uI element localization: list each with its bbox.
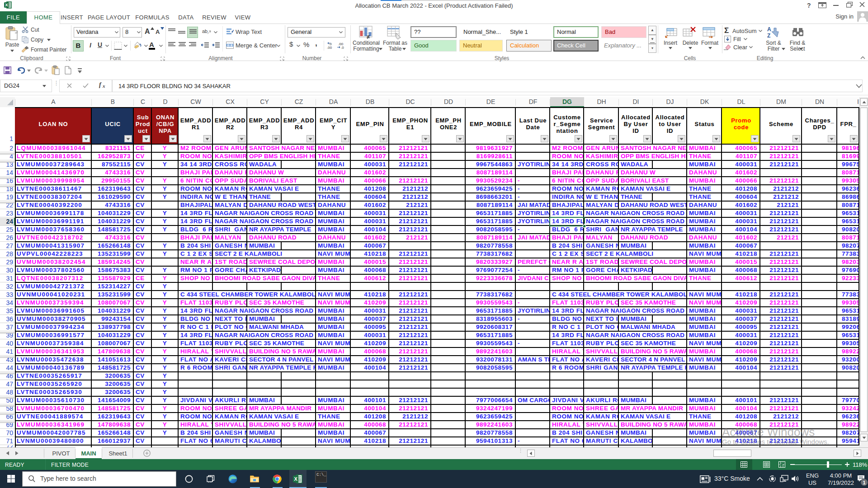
svg-text:≠: ≠ (367, 33, 370, 39)
svg-text:.00: .00 (327, 46, 332, 49)
svg-text:X: X (5, 2, 8, 7)
svg-text:.0: .0 (341, 46, 344, 49)
svg-text:ab: ab (202, 28, 208, 34)
svg-text:A: A (767, 26, 771, 33)
svg-text:X: X (294, 476, 298, 482)
svg-text:1: 1 (863, 480, 866, 485)
svg-text:Z: Z (767, 33, 770, 39)
